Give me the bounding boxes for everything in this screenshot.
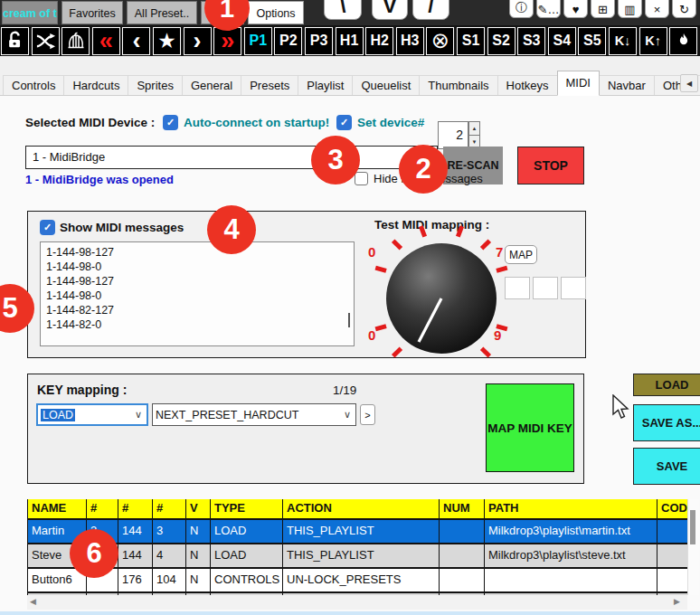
save-as-button[interactable]: SAVE AS... — [633, 404, 700, 441]
s2-button[interactable]: S2 — [487, 27, 516, 55]
list-item[interactable]: 1-144-98-127 — [46, 245, 354, 260]
midi-value-box-1[interactable] — [505, 277, 530, 299]
h1-button[interactable]: H1 — [336, 27, 364, 55]
column-header[interactable]: PATH — [485, 499, 657, 518]
show-messages-checkbox[interactable]: ✓ — [40, 220, 55, 235]
column-header[interactable]: # — [118, 499, 153, 518]
stop-button[interactable]: STOP — [517, 147, 584, 184]
scroll-left-icon[interactable]: ◀ — [30, 597, 36, 606]
s3-button[interactable]: S3 — [517, 27, 545, 55]
p2-button[interactable]: P2 — [274, 27, 302, 55]
delete-button[interactable]: ▥ — [618, 0, 642, 18]
table-cell[interactable]: THIS_PLAYLIST — [283, 520, 440, 543]
table-cell[interactable] — [657, 569, 687, 591]
p3-button[interactable]: P3 — [305, 27, 333, 55]
tab-midi[interactable]: MIDI — [557, 71, 600, 96]
scroll-right-icon[interactable]: ▶ — [674, 597, 680, 606]
map-midi-key-button[interactable]: MAP MIDI KEY — [486, 383, 574, 472]
forward-double-button[interactable]: » — [213, 27, 241, 55]
favorite-button[interactable]: ♥ — [563, 0, 588, 18]
table-cell[interactable] — [657, 520, 687, 543]
edit-button[interactable]: ✎… — [536, 0, 561, 18]
s1-button[interactable]: S1 — [457, 27, 485, 55]
combo-chevron-icon[interactable]: ∨ — [344, 408, 351, 420]
next-button[interactable]: › — [184, 27, 212, 55]
table-cell[interactable]: THIS_PLAYLIST — [283, 544, 440, 567]
device-number-input[interactable]: 2 — [438, 121, 468, 149]
column-header[interactable]: COD — [657, 499, 687, 518]
tab-controls[interactable]: Controls — [3, 75, 64, 96]
close-button[interactable]: × — [645, 0, 669, 18]
k-up-button[interactable]: K↑ — [639, 27, 667, 55]
tab-hardcuts[interactable]: Hardcuts — [63, 75, 128, 96]
h2-button[interactable]: H2 — [365, 27, 393, 55]
table-row[interactable]: Button6 176 104 N CONTROLS UN-LOCK_PRESE… — [28, 569, 687, 593]
tab-thumbnails[interactable]: Thumbnails — [419, 75, 497, 96]
auto-connect-checkbox[interactable]: ✓ — [163, 115, 178, 130]
top-tab-options[interactable]: Options — [248, 1, 304, 24]
column-header[interactable]: TYPE — [211, 499, 283, 518]
column-header[interactable]: # — [153, 499, 186, 518]
table-cell[interactable]: N — [186, 520, 211, 543]
midi-value-box-2[interactable] — [533, 277, 558, 299]
map-button[interactable]: MAP — [505, 245, 537, 264]
p1-button[interactable]: P1 — [244, 27, 272, 55]
load-button[interactable]: LOAD — [633, 374, 700, 396]
top-tab-favorites[interactable]: Favorites — [61, 1, 123, 24]
s5-button[interactable]: S5 — [578, 27, 606, 55]
table-row-selected[interactable]: Martin 3 144 3 N LOAD THIS_PLAYLIST Milk… — [28, 520, 687, 544]
table-cell[interactable]: 104 — [153, 569, 186, 591]
jelly-button[interactable] — [61, 27, 90, 55]
flame-button[interactable] — [669, 27, 697, 55]
top-tab-preset-pack[interactable]: cream of t.. — [2, 1, 58, 24]
table-cell[interactable]: 3 — [153, 520, 186, 543]
star-button[interactable]: ★ — [153, 27, 181, 55]
tab-queuelist[interactable]: Queuelist — [352, 75, 420, 96]
table-cell[interactable]: Milkdrop3\playlist\martin.txt — [485, 520, 657, 543]
tab-presets[interactable]: Presets — [241, 75, 298, 96]
shuffle-button[interactable] — [32, 27, 60, 55]
table-vertical-scrollbar-thumb[interactable] — [690, 510, 695, 544]
column-header[interactable]: NAME — [28, 499, 87, 518]
list-item[interactable]: 1-144-82-0 — [46, 317, 354, 332]
h3-button[interactable]: H3 — [396, 27, 424, 55]
nav-down-button[interactable]: V — [372, 0, 408, 20]
table-cell[interactable]: 176 — [118, 569, 153, 591]
table-cell[interactable]: 4 — [153, 544, 186, 567]
tab-scroll-left-button[interactable]: ◀ — [680, 74, 698, 92]
hide-messages-checkbox[interactable] — [355, 172, 368, 185]
next-mapping-button[interactable]: > — [360, 404, 375, 425]
refresh-button[interactable]: ↻ — [672, 0, 696, 18]
table-row[interactable]: Steve 144 4 N LOAD THIS_PLAYLIST Milkdro… — [28, 544, 687, 569]
list-scrollbar-thumb[interactable] — [348, 313, 350, 327]
table-cell[interactable] — [485, 569, 657, 591]
list-item[interactable]: 1-144-98-0 — [46, 260, 354, 274]
column-header[interactable]: NUM — [440, 499, 485, 518]
table-cell[interactable]: 144 — [118, 544, 153, 567]
table-cell[interactable]: LOAD — [211, 520, 283, 543]
table-horizontal-scrollbar[interactable] — [27, 595, 687, 610]
table-cell[interactable]: CONTROLS — [211, 569, 283, 591]
table-cell[interactable]: LOAD — [211, 544, 283, 567]
nav-forward-button[interactable]: / — [412, 0, 449, 20]
table-cell[interactable]: UN-LOCK_PRESETS — [283, 569, 440, 591]
rewind-double-button[interactable]: « — [92, 27, 120, 55]
action-combo[interactable]: NEXT_PRESET_HARDCUT ∨ — [152, 403, 356, 426]
lock-button[interactable] — [1, 27, 29, 55]
column-header[interactable]: V — [186, 499, 211, 518]
column-header[interactable]: ACTION — [283, 499, 440, 518]
table-cell[interactable] — [440, 544, 485, 567]
k-down-button[interactable]: K↓ — [609, 27, 637, 55]
column-header[interactable]: # — [87, 499, 118, 518]
list-item[interactable]: 1-144-98-0 — [46, 289, 354, 303]
nav-back-button[interactable]: \ — [324, 0, 362, 20]
tab-playlist[interactable]: Playlist — [298, 75, 353, 96]
thumbnails-button[interactable]: ⊞ — [591, 0, 615, 18]
top-tab-all-presets[interactable]: All Preset.. — [127, 1, 197, 24]
device-number-up-button[interactable]: ▲ — [468, 121, 480, 136]
midi-messages-list[interactable]: 1-144-98-127 1-144-98-0 1-144-98-127 1-1… — [40, 241, 355, 346]
list-item[interactable]: 1-144-98-127 — [46, 274, 354, 289]
prev-button[interactable]: ‹ — [122, 27, 150, 55]
tab-hotkeys[interactable]: Hotkeys — [497, 75, 558, 96]
table-cell[interactable] — [657, 544, 687, 567]
